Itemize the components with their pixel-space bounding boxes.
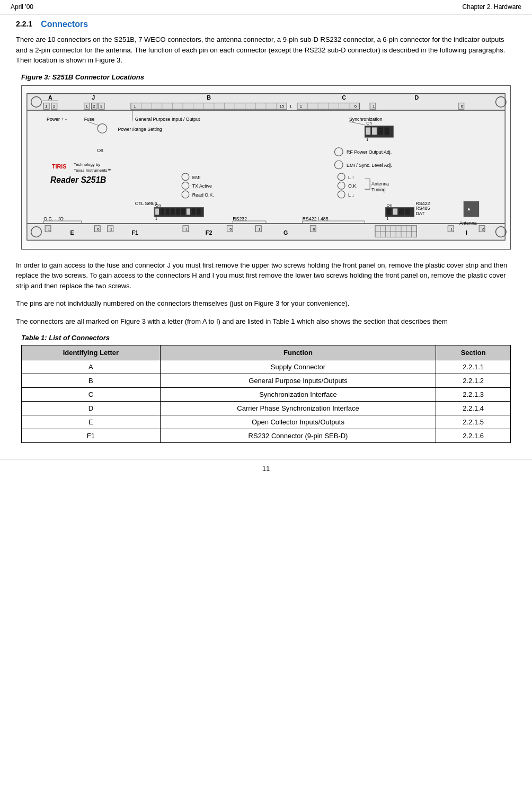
svg-rect-103: [176, 208, 180, 215]
svg-text:F1: F1: [132, 229, 139, 236]
svg-text:On: On: [97, 147, 103, 153]
svg-text:3: 3: [100, 104, 103, 109]
table-cell: 2.2.1.1: [436, 360, 511, 374]
table-cell: 2.2.1.5: [436, 415, 511, 429]
svg-text:Tuning: Tuning: [371, 187, 386, 192]
main-content: 2.2.1 Connectors There are 10 connectors…: [0, 14, 532, 454]
svg-text:CTL Setup: CTL Setup: [135, 200, 157, 206]
table-cell: RS232 Connector (9-pin SEB-D): [160, 429, 436, 443]
header-right: Chapter 2. Hardware: [463, 3, 521, 11]
svg-text:Fuse: Fuse: [84, 116, 95, 121]
page-number: 11: [262, 465, 270, 473]
svg-text:RS422 / 485: RS422 / 485: [303, 216, 329, 221]
svg-text:RF Power Output Adj.: RF Power Output Adj.: [347, 149, 392, 155]
svg-text:1: 1: [387, 217, 389, 220]
svg-text:Power  + -: Power + -: [47, 116, 67, 121]
svg-text:L  ↑: L ↑: [348, 174, 354, 180]
svg-text:A: A: [48, 94, 52, 101]
svg-rect-112: [393, 208, 397, 215]
svg-text:Read O.K.: Read O.K.: [192, 192, 214, 197]
table-cell: E: [22, 415, 161, 429]
table-cell: A: [22, 360, 161, 374]
svg-text:RS232: RS232: [233, 216, 247, 221]
svg-text:L  ↓: L ↓: [348, 192, 354, 197]
table-cell: Supply Connector: [160, 360, 436, 374]
svg-text:1: 1: [258, 226, 260, 231]
svg-rect-113: [399, 208, 404, 215]
svg-text:Power Range Setting: Power Range Setting: [118, 127, 162, 132]
svg-text:Technology by: Technology by: [74, 162, 100, 167]
svg-text:1: 1: [185, 226, 188, 231]
table-cell: C: [22, 388, 161, 402]
col-header-section: Section: [436, 345, 511, 360]
svg-rect-106: [192, 208, 196, 215]
section-title: Connectors: [41, 20, 88, 29]
connectors-table: Identifying Letter Function Section ASup…: [21, 345, 511, 443]
svg-text:O.C. - I/O: O.C. - I/O: [43, 216, 64, 221]
svg-text:6: 6: [354, 104, 357, 109]
table-cell: Open Collector Inputs/Outputs: [160, 415, 436, 429]
svg-text:6: 6: [229, 226, 232, 231]
svg-text:1: 1: [366, 137, 368, 141]
svg-rect-69: [385, 127, 389, 135]
svg-text:1: 1: [450, 226, 453, 231]
svg-text:Antenna: Antenna: [371, 181, 389, 187]
body-paragraph-1: There are 10 connectors on the S251B, 7 …: [16, 34, 516, 66]
svg-text:O.K.: O.K.: [348, 183, 358, 189]
table-row: EOpen Collector Inputs/Outputs2.2.1.5: [22, 415, 511, 429]
table-cell: 2.2.1.4: [436, 402, 511, 415]
table-cell: D: [22, 402, 161, 415]
svg-text:Antenna: Antenna: [459, 220, 477, 225]
svg-text:C: C: [342, 94, 346, 101]
svg-text:6: 6: [97, 226, 100, 231]
table-cell: 2.2.1.2: [436, 374, 511, 388]
svg-rect-66: [366, 127, 370, 135]
table-cell: F1: [22, 429, 161, 443]
table-row: F1RS232 Connector (9-pin SEB-D)2.2.1.6: [22, 429, 511, 443]
svg-text:General Purpose Input / Output: General Purpose Input / Output: [135, 116, 200, 121]
svg-text:F2: F2: [206, 229, 212, 236]
svg-text:2: 2: [482, 226, 484, 231]
svg-text:I: I: [466, 229, 467, 236]
table-cell: B: [22, 374, 161, 388]
svg-text:1: 1: [110, 226, 112, 231]
svg-text:1: 1: [134, 104, 136, 109]
table-row: BGeneral Purpose Inputs/Outputs2.2.1.2: [22, 374, 511, 388]
svg-text:G: G: [283, 229, 288, 236]
svg-rect-21: [131, 103, 287, 109]
svg-rect-104: [181, 208, 185, 215]
svg-text:1: 1: [155, 217, 157, 220]
section-heading: 2.2.1 Connectors: [16, 20, 516, 29]
page-footer: 11: [0, 459, 532, 478]
page-header: April '00 Chapter 2. Hardware: [0, 0, 532, 14]
svg-rect-67: [372, 127, 377, 135]
svg-text:6: 6: [461, 104, 464, 109]
svg-text:2: 2: [93, 104, 95, 109]
svg-rect-102: [171, 208, 175, 215]
svg-text:TX Active: TX Active: [192, 183, 212, 189]
svg-text:RS422: RS422: [415, 200, 430, 206]
svg-text:RS485: RS485: [415, 206, 430, 211]
svg-text:1: 1: [373, 104, 375, 109]
svg-rect-114: [405, 208, 410, 215]
svg-rect-111: [387, 208, 392, 215]
svg-rect-101: [166, 208, 170, 215]
svg-text:DAT: DAT: [415, 211, 425, 216]
col-header-letter: Identifying Letter: [22, 345, 161, 360]
table-cell: General Purpose Inputs/Outputs: [160, 374, 436, 388]
table-row: CSynchronization Interface2.2.1.3: [22, 388, 511, 402]
svg-text:Reader  S251B: Reader S251B: [50, 175, 107, 184]
body-paragraph-2: In order to gain access to the fuse and …: [16, 260, 516, 291]
svg-text:1: 1: [45, 104, 47, 109]
svg-text:TIRIS: TIRIS: [52, 163, 67, 169]
svg-text:Synchronization: Synchronization: [349, 116, 383, 121]
svg-text:Texas Instruments™: Texas Instruments™: [74, 167, 111, 172]
table-cell: 2.2.1.3: [436, 388, 511, 402]
section-number: 2.2.1: [16, 20, 32, 29]
svg-text:On: On: [387, 202, 392, 207]
svg-text:1: 1: [85, 104, 87, 109]
svg-text:6: 6: [313, 226, 315, 231]
figure-diagram: A 1 2 J 1 2 3 B 1 15: [21, 85, 511, 250]
table-row: DCarrier Phase Synchronization Interface…: [22, 402, 511, 415]
table-caption: Table 1: List of Connectors: [21, 334, 516, 342]
